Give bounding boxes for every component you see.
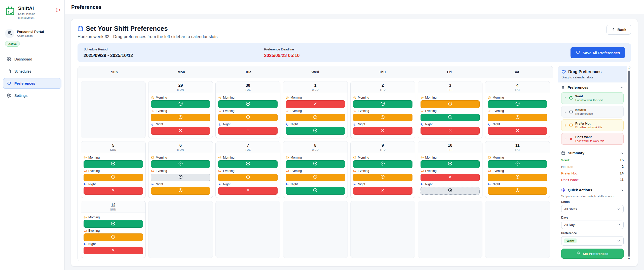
slot-day4-evening-prefer_not[interactable] — [488, 114, 547, 121]
slot-day30-evening-prefer_not[interactable] — [218, 114, 278, 121]
sidebar-item-dashboard[interactable]: Dashboard — [3, 54, 61, 65]
days-select[interactable]: All Days — [561, 221, 624, 229]
days-select-value: All Days — [564, 223, 576, 227]
slot-day11-morning-want[interactable] — [488, 160, 547, 168]
sunset-icon — [286, 169, 289, 172]
schedule-period-block: Schedule Period 2025/09/29 - 2025/10/12 — [84, 47, 264, 58]
day-header: 6MON — [148, 141, 213, 153]
moon-icon — [286, 183, 289, 186]
shifts-field-label: Shifts — [561, 200, 624, 204]
chevron-down-icon — [617, 223, 621, 227]
scroll-down-icon[interactable]: ▼ — [628, 257, 630, 260]
slot-day2-morning-want[interactable] — [353, 100, 412, 108]
shift-label-morning: Morning — [488, 156, 547, 159]
summary-row-prefer_not: Prefer Not:14 — [561, 171, 624, 175]
shift-label-evening: Evening — [151, 169, 210, 173]
slot-day1-morning-dont_want[interactable] — [286, 100, 345, 108]
slot-day7-morning-want[interactable] — [218, 160, 278, 168]
drag-handle-icon — [564, 124, 567, 127]
pref-item-neutral[interactable]: NeutralNo preference — [561, 106, 624, 117]
slot-day5-evening-prefer_not[interactable] — [84, 174, 143, 181]
slot-day2-evening-prefer_not[interactable] — [353, 114, 412, 121]
shift-label-evening: Evening — [488, 169, 547, 173]
slot-day12-evening-prefer_not[interactable] — [84, 233, 143, 241]
day-weekday: SAT — [485, 148, 550, 151]
slot-day4-morning-want[interactable] — [488, 100, 547, 108]
slot-day1-evening-prefer_not[interactable] — [286, 114, 345, 121]
preference-select-value: Want — [564, 238, 577, 243]
slot-day3-evening-want[interactable] — [421, 114, 480, 121]
exclamation-circle-icon — [111, 175, 115, 180]
sunset-icon — [286, 109, 289, 113]
moon-icon — [151, 183, 154, 186]
pref-item-prefer_not[interactable]: Prefer NotI'd rather not work this — [561, 119, 624, 131]
pref-item-label: Neutral — [575, 108, 593, 112]
back-button[interactable]: Back — [607, 25, 631, 35]
scroll-up-icon[interactable]: ▲ — [628, 67, 630, 70]
slot-day11-evening-prefer_not[interactable] — [488, 174, 547, 181]
slot-day9-evening-prefer_not[interactable] — [353, 174, 412, 181]
summary-section-header[interactable]: Summary — [561, 151, 624, 155]
slot-day29-morning-want[interactable] — [151, 100, 210, 108]
slot-day29-night-dont_want[interactable] — [151, 127, 210, 135]
shift-label-morning: Morning — [488, 96, 547, 99]
summary-label: Neutral: — [561, 165, 573, 169]
logout-icon[interactable] — [56, 8, 60, 13]
panel-scrollbar[interactable]: ▲ ▼ — [627, 66, 631, 261]
pref-item-dont_want[interactable]: Don't WantI don't want to work this — [561, 133, 624, 145]
slot-day11-night-prefer_not[interactable] — [488, 187, 547, 195]
pref-item-want[interactable]: WantI want to work this shift — [561, 92, 624, 104]
schedule-period-label: Schedule Period — [84, 47, 264, 51]
slot-day12-morning-want[interactable] — [84, 220, 143, 228]
day-header: 4SAT — [485, 81, 550, 93]
slot-day6-morning-want[interactable] — [151, 160, 210, 168]
scrollbar-thumb[interactable] — [628, 71, 630, 257]
logo-block: ShiftAI Shift Planning Management — [0, 0, 64, 25]
slot-day9-morning-want[interactable] — [353, 160, 412, 168]
slot-day10-night-neutral[interactable] — [421, 187, 480, 195]
exclamation-circle-icon — [178, 115, 183, 120]
gear-icon — [561, 188, 565, 192]
save-all-preferences-button[interactable]: Save All Preferences — [571, 47, 625, 58]
slot-day7-night-dont_want[interactable] — [218, 187, 278, 195]
slot-day9-night-dont_want[interactable] — [353, 187, 412, 195]
empty-day-cell — [283, 201, 348, 258]
slot-day5-morning-want[interactable] — [84, 160, 143, 168]
slot-day30-morning-want[interactable] — [218, 100, 278, 108]
slot-day29-evening-prefer_not[interactable] — [151, 114, 210, 121]
preference-select[interactable]: Want — [561, 236, 624, 246]
sidebar-item-settings[interactable]: Settings — [3, 90, 61, 101]
empty-day-cell — [215, 201, 280, 258]
day-header: 9THU — [351, 141, 415, 153]
slot-day10-morning-want[interactable] — [421, 160, 480, 168]
slot-day8-morning-want[interactable] — [286, 160, 345, 168]
slot-day6-night-prefer_not[interactable] — [151, 187, 210, 195]
summary-section: Summary Want:15Neutral:2Prefer Not:14Don… — [558, 148, 627, 185]
slot-day2-night-dont_want[interactable] — [353, 127, 412, 135]
sidebar-item-schedules[interactable]: Schedules — [3, 66, 61, 77]
slot-day6-evening-neutral[interactable] — [151, 174, 210, 181]
day-number: 9 — [351, 143, 415, 148]
sidebar-item-preferences[interactable]: Preferences — [3, 78, 61, 89]
shift-label-morning: Morning — [218, 156, 278, 159]
exclamation-circle-icon — [569, 123, 573, 127]
shift-label-night: Night — [421, 183, 480, 186]
exclamation-circle-icon — [381, 115, 385, 120]
preferences-section-header[interactable]: Preferences — [561, 85, 624, 89]
slot-day30-night-dont_want[interactable] — [218, 127, 278, 135]
shifts-select[interactable]: All Shifts — [561, 205, 624, 213]
slot-day8-night-want[interactable] — [286, 187, 345, 195]
heart-icon — [7, 81, 11, 86]
calendar-icon — [78, 26, 83, 32]
slot-day4-night-dont_want[interactable] — [488, 127, 547, 135]
slot-day7-evening-prefer_not[interactable] — [218, 174, 278, 181]
slot-day8-evening-prefer_not[interactable] — [286, 174, 345, 181]
quick-actions-section-header[interactable]: Quick Actions — [561, 188, 624, 192]
slot-day5-night-dont_want[interactable] — [84, 187, 143, 195]
slot-day12-night-dont_want[interactable] — [84, 247, 143, 254]
set-preferences-button[interactable]: Set Preferences — [561, 249, 624, 259]
slot-day10-evening-dont_want[interactable] — [421, 174, 480, 181]
slot-day1-night-want[interactable] — [286, 127, 345, 135]
slot-day3-morning-prefer_not[interactable] — [421, 100, 480, 108]
slot-day3-night-dont_want[interactable] — [421, 127, 480, 135]
